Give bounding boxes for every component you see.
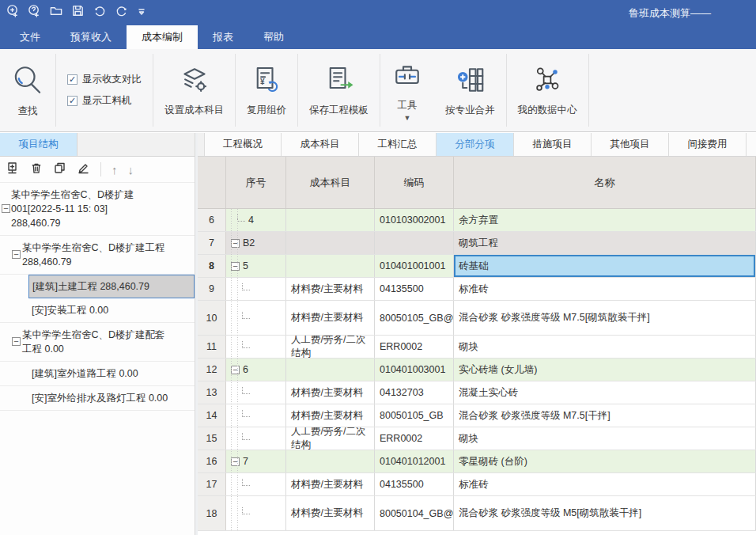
row-number-cell[interactable]: 10 [198, 301, 226, 335]
redo-icon[interactable] [115, 5, 129, 17]
merge-by-specialty-button[interactable]: 按专业合并 [434, 49, 506, 131]
code-cell[interactable]: 010401012001 [375, 450, 454, 472]
row-number-cell[interactable]: 16 [198, 450, 226, 472]
seq-cell[interactable] [226, 404, 286, 427]
name-cell[interactable]: 混合砂浆 砂浆强度等级 M5[砌筑散装干拌] [454, 496, 756, 530]
copy-icon[interactable] [53, 161, 66, 178]
show-labor-material-checkbox[interactable]: 显示工料机 [67, 94, 142, 108]
seq-cell[interactable] [226, 336, 286, 358]
doc-tab-工料汇总[interactable]: 工料汇总 [359, 133, 437, 156]
row-number-cell[interactable]: 15 [198, 427, 226, 450]
seq-cell[interactable]: −7 [226, 450, 286, 472]
name-cell[interactable]: 混凝土实心砖 [454, 381, 756, 404]
name-cell[interactable]: 砌筑工程 [454, 232, 756, 254]
tree-item[interactable]: [安]安装工程 0.00 [0, 298, 195, 323]
code-cell[interactable]: 80050105_GB [375, 404, 454, 427]
doc-tab-工程概况[interactable]: 工程概况 [204, 133, 282, 156]
menu-item-报表[interactable]: 报表 [198, 25, 248, 49]
cost-subject-cell[interactable]: 材料费/主要材料 [286, 496, 375, 530]
cost-subject-cell[interactable] [286, 359, 375, 381]
doc-tab-措施项目[interactable]: 措施项目 [514, 133, 592, 156]
name-cell[interactable]: 实心砖墙 (女儿墙) [454, 359, 756, 381]
chevron-down-icon[interactable]: ▼ [404, 115, 411, 121]
row-number-cell[interactable]: 17 [198, 473, 226, 495]
doc-tab-成本汇总[interactable]: 成本汇总 [747, 133, 756, 156]
set-cost-subject-button[interactable]: 设置成本科目 [153, 49, 235, 131]
name-cell[interactable]: 标准砖 [454, 473, 756, 495]
tree-item[interactable]: −某中学学生宿舍C、D楼扩建工程288,460.79 [0, 236, 195, 275]
show-comparison-checkbox[interactable]: 显示收支对比 [67, 73, 142, 86]
move-down-icon[interactable]: ↓ [128, 163, 134, 176]
doc-tab-成本科目[interactable]: 成本科目 [282, 133, 359, 156]
add-node-icon[interactable] [6, 161, 20, 178]
column-header-编码[interactable]: 编码 [375, 157, 454, 208]
undo-icon[interactable] [93, 5, 107, 17]
seq-cell[interactable] [226, 278, 286, 300]
seq-cell[interactable]: 4 [226, 209, 286, 231]
save-template-button[interactable]: 保存工程模板 [298, 49, 380, 131]
move-up-icon[interactable]: ↑ [112, 163, 118, 176]
seq-cell[interactable] [226, 473, 286, 495]
tree-item[interactable]: [建筑]室外道路工程 0.00 [0, 362, 195, 386]
cost-subject-cell[interactable]: 人工费/劳务/二次结构 [286, 427, 375, 450]
open-folder-icon[interactable] [49, 4, 63, 17]
new-project-1-icon[interactable] [6, 4, 20, 17]
tree-item[interactable]: [安]室外给排水及路灯工程 0.00 [0, 386, 195, 411]
row-number-cell[interactable]: 14 [198, 404, 226, 427]
row-number-cell[interactable]: 11 [198, 336, 226, 358]
name-cell[interactable]: 砌块 [454, 336, 756, 358]
column-header-序号[interactable]: 序号 [226, 157, 286, 208]
code-cell[interactable]: 010103002001 [375, 209, 454, 231]
collapse-icon[interactable]: − [2, 204, 10, 213]
collapse-icon[interactable]: − [231, 262, 240, 271]
delete-icon[interactable] [30, 161, 43, 178]
cost-subject-cell[interactable]: 材料费/主要材料 [286, 381, 375, 404]
code-cell[interactable]: 04135500 [375, 473, 454, 495]
menu-item-文件[interactable]: 文件 [5, 25, 55, 49]
code-cell[interactable]: 010401003001 [375, 359, 454, 381]
name-cell[interactable]: 标准砖 [454, 278, 756, 300]
collapse-icon[interactable]: − [231, 366, 240, 374]
menu-item-帮助[interactable]: 帮助 [248, 25, 299, 49]
reuse-pricing-button[interactable]: ¥ 复用组价 [236, 49, 297, 131]
row-number-cell[interactable]: 9 [198, 278, 226, 300]
name-cell[interactable]: 余方弃置 [454, 209, 756, 231]
column-header-成本科目[interactable]: 成本科目 [286, 157, 375, 208]
name-cell[interactable]: 混合砂浆 砂浆强度等级 M7.5[干拌] [454, 404, 756, 427]
row-number-cell[interactable]: 7 [198, 232, 226, 254]
menu-item-成本编制[interactable]: 成本编制 [127, 25, 198, 49]
row-number-cell[interactable]: 12 [198, 359, 226, 381]
tree-item[interactable]: [建筑]土建工程 288,460.79 [28, 275, 195, 298]
cost-subject-cell[interactable] [286, 209, 375, 231]
cost-subject-cell[interactable]: 材料费/主要材料 [286, 278, 375, 300]
menu-item-预算收入[interactable]: 预算收入 [55, 25, 127, 49]
cost-subject-cell[interactable]: 人工费/劳务/二次结构 [286, 336, 375, 358]
code-cell[interactable]: 80050105_GB@1 [375, 301, 454, 335]
seq-cell[interactable]: −B2 [226, 232, 286, 254]
code-cell[interactable]: 010401001001 [375, 255, 454, 277]
seq-cell[interactable]: −6 [226, 359, 286, 381]
code-cell[interactable] [375, 232, 454, 254]
doc-tab-间接费用[interactable]: 间接费用 [669, 133, 747, 156]
name-cell[interactable]: 混合砂浆 砂浆强度等级 M7.5[砌筑散装干拌] [454, 301, 756, 335]
new-project-2-icon[interactable] [28, 4, 41, 17]
cost-subject-cell[interactable] [286, 232, 375, 254]
column-header-名称[interactable]: 名称 [454, 157, 756, 208]
name-cell[interactable]: 零星砌砖 (台阶) [454, 450, 756, 472]
code-cell[interactable]: 04132703 [375, 381, 454, 404]
row-number-cell[interactable]: 13 [198, 381, 226, 404]
cost-subject-cell[interactable] [286, 255, 375, 277]
collapse-icon[interactable]: − [12, 337, 21, 346]
collapse-icon[interactable]: − [231, 457, 240, 466]
tab-project-structure[interactable]: 项目结构 [0, 133, 77, 156]
tree-item[interactable]: −某中学学生宿舍C、D楼扩建001[2022-5-11 15: 03]288,4… [0, 183, 195, 236]
customize-toolbar-icon[interactable] [137, 6, 146, 17]
find-button[interactable]: 查找 [0, 49, 55, 131]
doc-tab-其他项目[interactable]: 其他项目 [592, 133, 669, 156]
doc-tab-分部分项[interactable]: 分部分项 [437, 133, 514, 156]
my-data-center-button[interactable]: 我的数据中心 [507, 49, 588, 131]
name-cell[interactable]: 砖基础 [454, 255, 756, 277]
row-number-cell[interactable]: 18 [198, 496, 226, 530]
collapse-icon[interactable]: − [231, 239, 240, 248]
collapse-icon[interactable]: − [12, 250, 21, 259]
